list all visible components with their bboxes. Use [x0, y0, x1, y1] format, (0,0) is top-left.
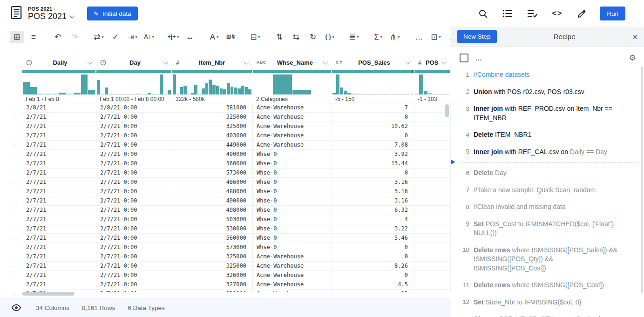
histogram-bar[interactable] [37, 94, 44, 94]
recipe-step-5[interactable]: 5Inner join with REF_CAL.csv on Daily ==… [459, 148, 637, 157]
table-cell[interactable]: Whse·0 [253, 169, 332, 177]
split-column-button[interactable]: +|+▾ [166, 31, 180, 43]
table-cell[interactable]: 2/7/21 [22, 262, 96, 270]
recipe-step-11[interactable]: 11Delete rows where ISMISSING([POS_Cost]… [459, 281, 637, 290]
table-cell[interactable]: 2/7/21 [22, 178, 96, 187]
table-cell[interactable]: 325000 [172, 252, 253, 261]
table-cell[interactable]: 7 [332, 103, 414, 112]
histogram-bar[interactable] [163, 94, 167, 94]
checklist-icon[interactable] [527, 9, 538, 18]
table-cell[interactable]: 2/7/21·0:00 [96, 187, 172, 196]
table-cell[interactable]: 488000 [172, 187, 253, 196]
table-cell[interactable]: Acme·Warehouse [253, 290, 332, 292]
table-cell[interactable] [414, 187, 451, 196]
histogram-bar[interactable] [248, 89, 251, 94]
flash-fill-button[interactable]: ⊞↯ [224, 31, 238, 43]
table-cell[interactable]: 325000 [172, 122, 253, 131]
table-cell[interactable] [414, 271, 451, 280]
table-cell[interactable]: 2/8/21·0:00 [96, 103, 172, 112]
histogram-bar[interactable] [194, 85, 197, 95]
histogram-bar[interactable] [132, 94, 136, 94]
table-cell[interactable]: 0 [332, 243, 414, 252]
new-step-button[interactable]: New Step [457, 30, 497, 43]
table-cell[interactable]: 490000 [172, 196, 253, 205]
table-cell[interactable]: 403000 [172, 131, 253, 140]
histogram-bar[interactable] [384, 94, 387, 94]
table-cell[interactable]: 2/7/21·0:00 [96, 178, 172, 187]
table-cell[interactable]: 2/7/21 [22, 243, 96, 252]
recipe-step-1[interactable]: 1//Combine datasets [459, 70, 637, 80]
table-cell[interactable]: 2/7/21·0:00 [96, 271, 172, 280]
table-cell[interactable]: 381000 [172, 103, 253, 112]
sort-button[interactable]: A↕▾ [142, 31, 156, 43]
histogram-bar[interactable] [369, 94, 373, 94]
table-cell[interactable]: 0 [332, 113, 414, 121]
table-cell[interactable]: 0 [332, 169, 414, 177]
column-quality-bar[interactable] [172, 70, 252, 73]
column-quality-bar[interactable] [22, 70, 95, 73]
table-cell[interactable]: 3.16 [332, 178, 414, 187]
histogram-bar[interactable] [205, 83, 209, 95]
table-cell[interactable]: Whse·0 [253, 178, 332, 187]
table-cell[interactable] [414, 290, 451, 292]
histogram-bar[interactable] [344, 91, 347, 94]
histogram-bar[interactable] [173, 74, 176, 94]
histogram-bar[interactable] [388, 94, 391, 94]
histogram-bar[interactable] [198, 94, 201, 94]
histogram-bar[interactable] [336, 74, 339, 94]
column-histogram[interactable] [414, 73, 450, 94]
table-cell[interactable]: 490000 [172, 150, 253, 159]
histogram-bar[interactable] [424, 91, 427, 94]
histogram-bar[interactable] [124, 94, 128, 94]
column-quality-bar[interactable] [253, 70, 331, 73]
run-button[interactable]: Run [600, 7, 625, 20]
histogram-bar[interactable] [88, 90, 95, 94]
histogram-bar[interactable] [67, 94, 74, 94]
histogram-bar[interactable] [209, 80, 212, 94]
histogram-bar[interactable] [176, 94, 180, 94]
table-cell[interactable]: Whse·0 [253, 224, 332, 233]
table-cell[interactable]: 530000 [172, 224, 253, 233]
histogram-bar[interactable] [108, 94, 112, 94]
column-quality-bar[interactable] [96, 70, 171, 73]
column-header-Whse_Name[interactable]: ABCWhse_Name [253, 55, 331, 70]
histogram-bar[interactable] [52, 94, 59, 94]
table-cell[interactable]: 326000 [172, 271, 253, 280]
table-cell[interactable]: 486000 [172, 178, 253, 187]
histogram-bar[interactable] [152, 94, 155, 94]
histogram-bar[interactable] [230, 87, 234, 94]
table-cell[interactable]: 2/7/21·0:00 [96, 196, 172, 205]
row-handle[interactable]: · [0, 290, 22, 299]
histogram-bar[interactable] [273, 74, 292, 94]
recipe-step-10[interactable]: 10Delete rows where ISMISSING([POS_Sales… [459, 246, 637, 273]
table-cell[interactable]: 3.16 [332, 187, 414, 196]
table-cell[interactable]: 2/7/21 [22, 131, 96, 140]
table-cell[interactable] [414, 141, 451, 149]
list-icon[interactable] [502, 9, 513, 18]
table-cell[interactable]: Whse·0 [253, 187, 332, 196]
table-cell[interactable]: 2/7/21·0:00 [96, 122, 172, 131]
histogram-bar[interactable] [433, 94, 436, 94]
table-cell[interactable]: 2/7/21·0:00 [96, 131, 172, 140]
close-icon[interactable]: × [632, 32, 638, 41]
standardize-button[interactable]: ✓ [108, 31, 122, 43]
row-handle[interactable]: · [0, 150, 22, 159]
histogram-bar[interactable] [347, 93, 351, 94]
table-cell[interactable]: 4.5 [332, 280, 414, 289]
histogram-bar[interactable] [220, 88, 223, 94]
table-cell[interactable]: 2/7/21·0:00 [96, 150, 172, 159]
recipe-step-2[interactable]: 2Union with POS-r02.csv, POS-r03.csv [459, 88, 637, 97]
row-handle[interactable]: · [0, 169, 22, 178]
table-cell[interactable]: 328000 [172, 290, 253, 292]
table-cell[interactable]: 2/7/21 [22, 159, 96, 168]
histogram-bar[interactable] [160, 74, 163, 94]
table-cell[interactable]: 2/7/21 [22, 224, 96, 233]
row-handle[interactable]: · [0, 103, 22, 113]
search-icon[interactable] [478, 9, 488, 19]
table-cell[interactable] [414, 206, 451, 215]
histogram-bar[interactable] [191, 93, 194, 94]
row-handle[interactable]: · [0, 224, 22, 234]
text-format-button[interactable]: A▾ [207, 31, 221, 43]
table-cell[interactable]: 2/7/21·0:00 [96, 280, 172, 289]
histogram-bar[interactable] [113, 94, 116, 94]
